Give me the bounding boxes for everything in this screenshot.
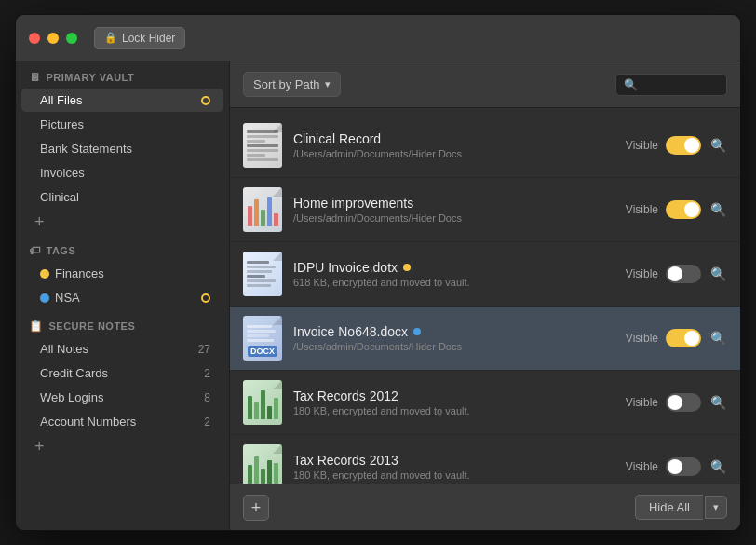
toggle-visible[interactable] [666,329,701,347]
sidebar-item-pictures[interactable]: Pictures [21,113,223,136]
search-icon: 🔍 [624,78,638,91]
file-name: Clinical Record [293,131,614,146]
visible-label: Visible [626,203,658,216]
file-item-clinical-record[interactable]: Clinical Record /Users/admin/Documents/H… [230,114,740,178]
main-toolbar: Sort by Path 🔍 [230,61,740,108]
file-path: 618 KB, encrypted and moved to vault. [293,277,614,288]
file-actions: Visible 🔍 [626,136,727,155]
sidebar-item-all-files[interactable]: All Files [21,89,223,112]
magnify-icon[interactable]: 🔍 [709,266,727,281]
file-path: 180 KB, encrypted and moved to vault. [293,405,614,416]
sidebar-item-all-notes[interactable]: All Notes 27 [21,337,223,361]
tag-icon: 🏷 [29,244,41,257]
file-path: /Users/admin/Documents/Hider Docs [293,148,614,159]
active-indicator [201,96,210,105]
search-input[interactable] [642,78,717,91]
magnify-icon[interactable]: 🔍 [709,395,727,410]
toggle-knob [668,395,682,410]
sidebar-item-nsa[interactable]: NSA [21,286,223,309]
sidebar-item-invoices[interactable]: Invoices [21,161,223,184]
sort-dropdown[interactable]: Sort by Path [243,72,341,97]
file-item-tax-records-2012[interactable]: Tax Records 2012 180 KB, encrypted and m… [230,371,740,435]
notes-add-button[interactable]: + [16,434,229,459]
file-dot [403,264,411,271]
sidebar-item-web-logins[interactable]: Web Logins 8 [21,386,223,409]
file-thumbnail [243,444,282,484]
toggle-knob [684,331,699,346]
search-box: 🔍 [615,74,727,96]
magnify-icon[interactable]: 🔍 [709,331,727,346]
file-thumbnail [243,123,282,168]
file-actions: Visible 🔍 [626,393,727,412]
lock-hider-button[interactable]: 🔒 Lock Hider [94,27,185,49]
content-area: 🖥 PRIMARY VAULT All Files Pictures Bank … [16,61,740,530]
sidebar-item-finances[interactable]: Finances [21,262,223,285]
file-actions: Visible 🔍 [626,265,727,283]
file-item-invoice-no648[interactable]: DOCX Invoice No648.docx /Users/admin/Doc… [230,307,740,371]
lock-icon: 🔒 [104,32,117,44]
toggle-visible[interactable] [666,265,701,283]
sidebar-item-account-numbers[interactable]: Account Numbers 2 [21,410,223,433]
visible-label: Visible [626,460,658,473]
toggle-visible[interactable] [666,136,701,155]
main-area: Sort by Path 🔍 [230,61,740,530]
tags-header: 🏷 TAGS [16,235,229,261]
toggle-knob [668,459,682,474]
magnify-icon[interactable]: 🔍 [709,202,727,217]
file-info: Tax Records 2013 180 KB, encrypted and m… [293,453,614,481]
file-item-tax-records-2013[interactable]: Tax Records 2013 180 KB, encrypted and m… [230,435,740,484]
visible-label: Visible [626,139,658,152]
file-info: IDPU Invoice.dotx 618 KB, encrypted and … [293,260,614,288]
file-info: Invoice No648.docx /Users/admin/Document… [293,324,614,352]
sidebar-item-clinical[interactable]: Clinical [21,185,223,209]
app-window: 🔒 Lock Hider 🖥 PRIMARY VAULT All Files P… [15,14,741,531]
visible-label: Visible [626,332,658,345]
sidebar-item-bank-statements[interactable]: Bank Statements [21,137,223,160]
file-info: Home improvements /Users/admin/Documents… [293,196,614,224]
file-info: Clinical Record /Users/admin/Documents/H… [293,131,614,159]
file-thumbnail [243,380,282,425]
titlebar: 🔒 Lock Hider [16,15,740,61]
docx-badge: DOCX [248,346,277,357]
file-path: /Users/admin/Documents/Hider Docs [293,341,614,352]
file-name: Tax Records 2013 [293,453,614,468]
minimize-button[interactable] [47,33,59,44]
visible-label: Visible [626,396,658,409]
finances-dot [40,269,49,279]
sidebar-item-credit-cards[interactable]: Credit Cards 2 [21,361,223,385]
toggle-visible[interactable] [666,393,701,412]
magnify-icon[interactable]: 🔍 [709,138,727,153]
file-thumbnail [243,187,282,232]
file-actions: Visible 🔍 [626,200,727,219]
primary-vault-header: 🖥 PRIMARY VAULT [16,61,229,88]
file-name: Tax Records 2012 [293,388,614,403]
toggle-visible[interactable] [666,200,701,219]
vault-icon: 🖥 [29,71,41,84]
toggle-knob [684,202,699,217]
file-name: IDPU Invoice.dotx [293,260,614,275]
hide-all-button[interactable]: Hide All [635,495,703,520]
file-actions: Visible 🔍 [626,457,727,476]
file-name: Home improvements [293,196,614,211]
file-item-home-improvements[interactable]: Home improvements /Users/admin/Documents… [230,178,740,242]
maximize-button[interactable] [66,33,77,44]
secure-notes-header: 📋 SECURE NOTES [16,310,229,336]
toggle-knob [684,138,699,153]
magnify-icon[interactable]: 🔍 [709,459,727,474]
file-dot [413,328,421,335]
visible-label: Visible [626,267,658,280]
close-button[interactable] [29,33,40,44]
toggle-knob [668,266,682,281]
file-path: 180 KB, encrypted and moved to vault. [293,470,614,481]
file-info: Tax Records 2012 180 KB, encrypted and m… [293,388,614,416]
toggle-visible[interactable] [666,457,701,476]
vault-add-button[interactable]: + [16,210,229,235]
main-footer: + Hide All ▾ [230,484,740,530]
add-file-button[interactable]: + [243,495,269,521]
hide-all-arrow-button[interactable]: ▾ [705,496,727,519]
hide-all-group: Hide All ▾ [635,495,727,520]
nsa-dot [40,293,49,303]
file-item-idpu-invoice[interactable]: IDPU Invoice.dotx 618 KB, encrypted and … [230,242,740,307]
notes-icon: 📋 [29,320,44,333]
file-thumbnail [243,252,282,296]
